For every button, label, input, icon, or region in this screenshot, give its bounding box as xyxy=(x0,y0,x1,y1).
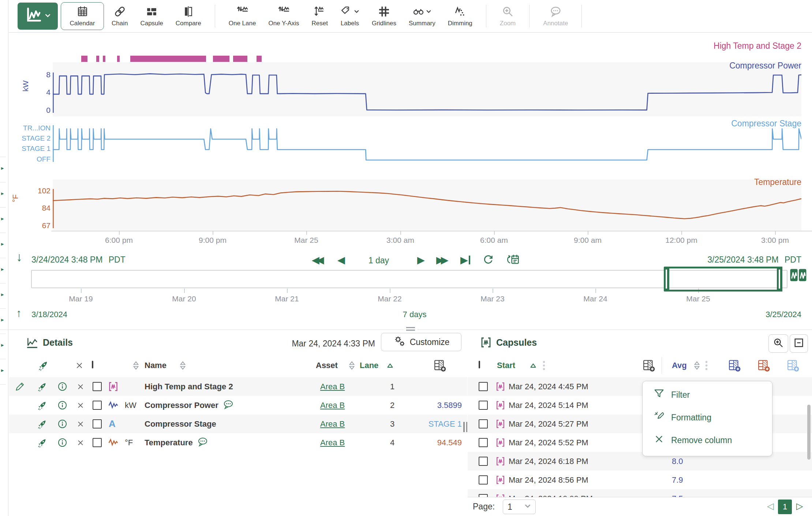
toolbar-button-one-y-axis[interactable]: One Y-Axis xyxy=(263,2,304,30)
toolbar-button-labels[interactable]: Labels xyxy=(336,2,364,30)
investigate-duration[interactable]: 7 days xyxy=(403,310,427,319)
capsule-bar[interactable] xyxy=(96,56,99,62)
capsule-row[interactable]: Mar 24, 2024 8:56 PM7.9 xyxy=(468,471,812,489)
rail-expand-icon[interactable]: ▸ xyxy=(1,190,4,197)
capsule-bar[interactable] xyxy=(103,56,105,62)
range-start[interactable]: 3/24/2024 3:48 PM PDT xyxy=(31,255,126,265)
row-checkbox[interactable] xyxy=(93,396,102,415)
add-column-icon[interactable] xyxy=(643,353,656,377)
range-start-tz[interactable]: PDT xyxy=(109,255,126,264)
details-col-asset[interactable]: Asset xyxy=(316,353,338,377)
customize-button[interactable]: Customize xyxy=(381,333,461,351)
page-select[interactable]: 1 xyxy=(503,500,536,514)
row-checkbox[interactable] xyxy=(93,433,102,452)
overview-selection-handle-right[interactable] xyxy=(777,267,782,292)
range-start-text[interactable]: 3/24/2024 3:48 PM xyxy=(31,255,102,264)
lane-label-3[interactable]: Temperature xyxy=(754,177,801,187)
column-menu-icon[interactable] xyxy=(705,353,708,377)
details-row[interactable]: °FTemperatureArea B494.549 xyxy=(9,433,467,452)
asset-link-text[interactable]: Area B xyxy=(320,438,345,448)
lane-label-1[interactable]: Compressor Power xyxy=(729,61,801,71)
toolbar-button-dimming[interactable]: Dimming xyxy=(443,2,477,30)
rail-expand-icon[interactable]: ▸ xyxy=(1,215,4,222)
menu-item-filter[interactable]: Filter xyxy=(643,383,772,406)
investigate-up-arrow-icon[interactable]: ↑ xyxy=(16,307,22,319)
sort-asc-icon[interactable] xyxy=(387,353,393,377)
rocket-icon[interactable] xyxy=(37,415,47,433)
info-icon[interactable] xyxy=(57,377,67,396)
refresh-icon[interactable] xyxy=(482,253,494,267)
capsule-row[interactable]: Mar 24, 2024 10:00 PM7.5 xyxy=(468,489,812,497)
comment-icon[interactable] xyxy=(223,400,234,411)
row-checkbox[interactable] xyxy=(479,377,488,396)
toolbar-button-capsule[interactable]: Capsule xyxy=(135,2,168,30)
rocket-icon[interactable] xyxy=(37,433,47,452)
details-row[interactable]: kWCompressor PowerArea B23.5899 xyxy=(9,396,467,415)
add-column-icon[interactable] xyxy=(728,353,741,377)
menu-item-formatting[interactable]: Formatting xyxy=(643,406,772,429)
sort-icon[interactable] xyxy=(180,353,186,377)
signal-name[interactable]: Compressor Power xyxy=(145,396,234,415)
capsules-collapse-button[interactable] xyxy=(790,334,808,353)
toolbar-button-annotate[interactable]: Annotate xyxy=(538,2,573,30)
row-checkbox[interactable] xyxy=(479,489,488,497)
asset-link-text[interactable]: Area B xyxy=(320,419,345,429)
sort-icon[interactable] xyxy=(349,353,355,377)
range-start-arrow-icon[interactable]: ↓ xyxy=(16,250,22,264)
signal-name[interactable]: Temperature xyxy=(145,433,208,452)
rail-expand-icon[interactable]: ▸ xyxy=(1,342,4,348)
row-checkbox[interactable] xyxy=(479,415,488,433)
asset-link-text[interactable]: Area B xyxy=(320,382,345,391)
menu-item-remove-column[interactable]: Remove column xyxy=(643,429,772,452)
remove-icon[interactable] xyxy=(76,396,85,415)
remove-icon[interactable] xyxy=(76,433,85,452)
page-next-button[interactable]: ▷ xyxy=(796,501,803,511)
rail-expand-icon[interactable]: ▸ xyxy=(1,266,4,272)
edit-icon[interactable] xyxy=(15,377,25,396)
vertical-drag-handle[interactable] xyxy=(463,422,467,432)
range-end[interactable]: 3/25/2024 3:48 PM PDT xyxy=(707,255,801,265)
toolbar-button-summary[interactable]: Summary xyxy=(404,2,440,30)
sort-asc-icon[interactable] xyxy=(530,353,536,377)
sort-icon[interactable] xyxy=(133,353,139,377)
add-column-icon[interactable] xyxy=(757,353,771,377)
asset-link[interactable]: Area B xyxy=(320,377,345,396)
step-forward-button[interactable]: ▶ xyxy=(417,254,425,266)
page-prev-button[interactable]: ◁ xyxy=(767,501,774,511)
details-row[interactable]: ACompressor StageArea B3STAGE 1 xyxy=(9,415,467,433)
step-back-large-button[interactable]: ◀◀ xyxy=(312,254,321,266)
asset-link[interactable]: Area B xyxy=(320,433,345,452)
capsules-col-avg[interactable]: Avg xyxy=(672,353,687,377)
comment-icon[interactable] xyxy=(197,437,208,449)
row-checkbox[interactable] xyxy=(479,452,488,471)
duration-button[interactable]: 1 day xyxy=(359,256,399,266)
capsules-zoom-button[interactable] xyxy=(768,334,788,353)
rail-expand-icon[interactable]: ▸ xyxy=(1,367,4,374)
capsules-col-start[interactable]: Start xyxy=(497,353,515,377)
row-checkbox[interactable] xyxy=(479,433,488,452)
lane-label-2[interactable]: Compressor Stage xyxy=(731,119,801,129)
info-icon[interactable] xyxy=(57,433,67,452)
capsule-bar[interactable] xyxy=(117,56,120,62)
remove-icon[interactable] xyxy=(76,377,85,396)
toolbar-button-gridlines[interactable]: Gridlines xyxy=(367,2,401,30)
overview-selection-handle-left[interactable] xyxy=(664,267,669,292)
info-icon[interactable] xyxy=(57,415,67,433)
range-end-tz[interactable]: PDT xyxy=(785,255,801,264)
column-menu-icon[interactable] xyxy=(542,353,546,377)
toolbar-button-chain[interactable]: Chain xyxy=(107,2,132,30)
details-row[interactable]: High Temp and Stage 2Area B1 xyxy=(9,377,467,396)
step-to-end-button[interactable]: ▶ xyxy=(460,254,470,266)
row-checkbox[interactable] xyxy=(93,415,102,433)
row-checkbox[interactable] xyxy=(479,471,488,489)
page-current[interactable]: 1 xyxy=(778,500,792,514)
capsule-bar[interactable] xyxy=(81,56,87,62)
remove-icon[interactable] xyxy=(76,415,85,433)
details-col-lane[interactable]: Lane xyxy=(360,353,378,377)
range-end-text[interactable]: 3/25/2024 3:48 PM xyxy=(707,255,778,264)
rail-expand-icon[interactable]: ▸ xyxy=(1,241,4,247)
rail-expand-icon[interactable]: ▸ xyxy=(1,165,4,171)
sort-icon[interactable] xyxy=(694,353,700,377)
signal-name[interactable]: High Temp and Stage 2 xyxy=(145,377,233,396)
capsule-bar[interactable] xyxy=(257,56,262,62)
